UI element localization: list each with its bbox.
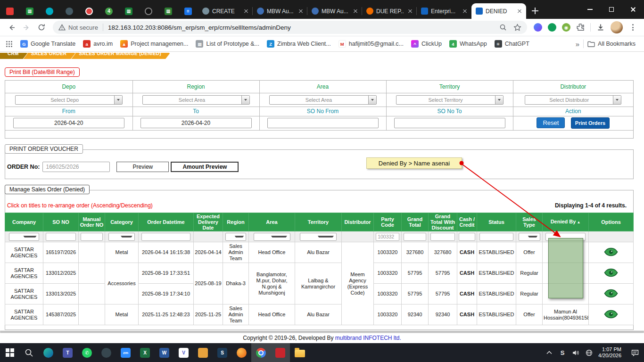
back-button[interactable] <box>4 20 19 35</box>
extension-3-eye-icon[interactable]: ◉ <box>562 23 570 32</box>
taskbar-chrome-active[interactable] <box>251 343 271 362</box>
region-select[interactable]: Select Area <box>142 95 250 105</box>
preview-button[interactable]: Preview <box>116 162 169 172</box>
pinned-tab-2[interactable]: ▦ <box>20 3 40 19</box>
tab-close-icon[interactable] <box>516 8 523 15</box>
col-company[interactable]: Company <box>5 213 43 231</box>
extension-2-icon[interactable] <box>548 23 556 32</box>
bookmark-avro[interactable]: aavro.im <box>79 38 116 49</box>
so-no-from-input[interactable] <box>267 118 379 128</box>
col-category[interactable]: Category <box>105 213 139 231</box>
pinned-tab-4[interactable] <box>59 3 79 19</box>
taskbar-edge[interactable] <box>39 343 58 362</box>
cash-credit-filter-input[interactable] <box>459 233 475 241</box>
col-manual-order-no[interactable]: Manual Order NO <box>79 213 105 231</box>
breadcrumb-sales-order-manage-denied[interactable]: SALES ORDER MANAGE (DENIED) <box>71 53 170 59</box>
downloads-icon[interactable] <box>596 23 605 32</box>
bookmark-whatsapp[interactable]: 4WhatsApp <box>446 38 491 49</box>
bookmark-gmail[interactable]: Mhafijmit05@gmail.c... <box>335 38 407 49</box>
sales-type-filter-select[interactable] <box>519 233 540 241</box>
col-party-code[interactable]: Party Code <box>374 213 402 231</box>
col-options[interactable]: Options <box>589 213 634 231</box>
tray-chevron-up[interactable] <box>543 343 556 362</box>
grand-total-discount-filter-input[interactable] <box>430 233 455 241</box>
tab-close-icon[interactable] <box>297 8 305 15</box>
taskbar-word[interactable]: W <box>155 343 174 362</box>
view-order-eye-icon[interactable] <box>604 289 618 298</box>
manual-order-filter-input[interactable] <box>81 233 103 241</box>
taskbar-visio[interactable]: V <box>174 343 193 362</box>
zoom-icon[interactable] <box>499 24 507 31</box>
url-text[interactable]: 182.163.102.203:8086/sm_erp/sm_erp/crm/s… <box>108 24 495 31</box>
tab-close-icon[interactable] <box>242 8 250 15</box>
col-expected-delivery-date[interactable]: Expected Delivery Date <box>194 213 223 231</box>
bookmark-clickup[interactable]: ^ClickUp <box>407 38 446 49</box>
bookmark-chatgpt[interactable]: ✳ChatGPT <box>491 38 533 49</box>
taskbar-whatsapp[interactable]: ✆ <box>77 343 97 362</box>
col-sales-type[interactable]: Sales Type <box>516 213 543 231</box>
territory-filter-select[interactable] <box>300 233 337 241</box>
company-filter-select[interactable] <box>9 233 39 241</box>
tab-mbw-1[interactable]: MBW Au... <box>253 3 307 19</box>
taskbar-app-yellow[interactable] <box>193 343 213 362</box>
tab-close-icon[interactable] <box>406 8 414 15</box>
extension-1-icon[interactable] <box>534 23 542 32</box>
pinned-tab-6[interactable]: 4 <box>99 3 119 19</box>
party-code-filter-input[interactable] <box>376 233 399 241</box>
so-no-filter-input[interactable] <box>46 233 76 241</box>
print-orders-button[interactable]: Print Orders <box>571 117 610 129</box>
window-maximize-button[interactable] <box>601 0 622 19</box>
bookmark-prototype-list[interactable]: ▦List of Prototype &... <box>192 38 263 49</box>
window-close-button[interactable] <box>622 0 644 19</box>
start-button[interactable] <box>0 343 19 362</box>
security-chip-label[interactable]: Not secure <box>68 24 98 31</box>
from-date-input[interactable] <box>13 118 124 128</box>
view-order-eye-icon[interactable] <box>604 310 618 319</box>
tab-due-report[interactable]: DUE REP... <box>362 3 417 19</box>
taskbar-excel[interactable]: X <box>135 343 155 362</box>
col-cash-credit[interactable]: Cash / Credit <box>457 213 477 231</box>
tab-enterprise[interactable]: Enterpri... <box>417 3 471 19</box>
bookmark-google-translate[interactable]: GGoogle Translate <box>17 38 79 49</box>
order-datetime-filter-input[interactable] <box>141 233 190 241</box>
bookmark-star-icon[interactable] <box>513 24 521 32</box>
forward-button[interactable] <box>19 20 34 35</box>
chevron-down-icon[interactable] <box>114 96 122 104</box>
tray-volume[interactable] <box>569 343 582 362</box>
taskbar-file-explorer[interactable] <box>290 343 309 362</box>
reload-button[interactable] <box>34 20 49 35</box>
chevron-down-icon[interactable] <box>241 96 249 104</box>
taskbar-firefox[interactable] <box>232 343 251 362</box>
bookmarks-overflow-chevron[interactable]: » <box>572 40 583 48</box>
tab-close-icon[interactable] <box>352 8 359 15</box>
pinned-tab-10[interactable]: ≡ <box>178 3 198 19</box>
new-tab-button[interactable] <box>528 4 542 18</box>
notification-center-button[interactable] <box>626 343 644 362</box>
col-denied-by-sorted[interactable]: Denied By▲ <box>543 213 589 231</box>
breadcrumb-crm[interactable]: CRM <box>0 53 27 59</box>
address-bar[interactable]: Not secure 182.163.102.203:8086/sm_erp/s… <box>53 21 527 34</box>
area-filter-select[interactable] <box>254 233 290 241</box>
bookmark-zimbra[interactable]: ZZimbra Web Client... <box>263 38 335 49</box>
reset-button[interactable]: Reset <box>537 117 565 128</box>
tab-mbw-2[interactable]: MBW Au... <box>307 3 362 19</box>
developer-link[interactable]: multibrand INFOTECH ltd. <box>335 335 401 341</box>
horizontal-scrollbar[interactable] <box>0 330 644 333</box>
pinned-tab-7[interactable]: ▦ <box>119 3 139 19</box>
pinned-tab-9[interactable]: ▦ <box>158 3 178 19</box>
area-select[interactable]: Select Area <box>269 95 377 105</box>
taskbar-app-dark[interactable] <box>97 343 116 362</box>
pinned-tab-1[interactable] <box>0 3 20 19</box>
taskbar-snagit[interactable]: S <box>213 343 232 362</box>
so-no-to-input[interactable] <box>394 118 505 128</box>
order-no-input[interactable] <box>42 162 110 172</box>
col-grand-total-with-discount[interactable]: Grand Total With Discount <box>429 213 457 231</box>
distributor-select[interactable]: Select Distributor <box>525 95 621 105</box>
chevron-down-icon[interactable] <box>495 96 503 104</box>
category-filter-select[interactable] <box>108 233 135 241</box>
to-date-input[interactable] <box>140 118 252 128</box>
pinned-tab-5[interactable] <box>79 3 99 19</box>
region-filter-select[interactable] <box>225 233 246 241</box>
col-region[interactable]: Region <box>223 213 249 231</box>
taskbar-zoom[interactable]: zm <box>116 343 135 362</box>
